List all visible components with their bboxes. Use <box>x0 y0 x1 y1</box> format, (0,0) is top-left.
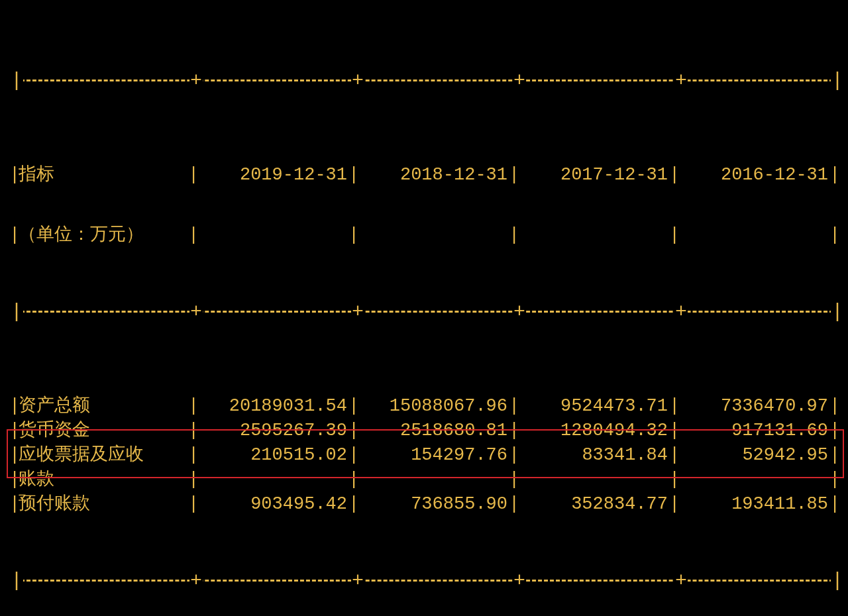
row-label: 货币资金 <box>13 419 192 443</box>
cell-value: 210515.02 <box>192 443 352 468</box>
cell-value: 193411.85 <box>673 492 833 517</box>
cell-value: 903495.42 <box>192 492 352 517</box>
separator: |++++| <box>13 303 835 321</box>
table-header-row: 指标 2019-12-31 2018-12-31 2017-12-31 2016… <box>13 163 835 187</box>
cell-value: 2518680.81 <box>352 419 513 443</box>
cell-value: 9524473.71 <box>513 394 673 419</box>
cell-value: 7336470.97 <box>673 394 833 419</box>
cell-value: 2595267.39 <box>192 419 352 443</box>
table-row: 应收票据及应收210515.02154297.7683341.8452942.9… <box>13 443 835 468</box>
row-label-wrap: 账款 <box>13 468 192 492</box>
cell-value: 83341.84 <box>513 443 673 468</box>
separator: |++++| <box>13 572 835 590</box>
cell-value: 154297.76 <box>352 443 513 468</box>
header-unit: （单位：万元） <box>13 223 192 248</box>
col-2018: 2018-12-31 <box>352 163 513 187</box>
row-label: 资产总额 <box>13 394 192 419</box>
cell-value: 736855.90 <box>352 492 513 517</box>
cell-value: 20189031.54 <box>192 394 352 419</box>
table-row: 预付账款903495.42736855.90352834.77193411.85 <box>13 492 835 517</box>
table-row: 资产总额20189031.5415088067.969524473.717336… <box>13 394 835 419</box>
separator: |++++| <box>13 72 835 90</box>
col-2017: 2017-12-31 <box>513 163 673 187</box>
table-header-row-2: （单位：万元） <box>13 223 835 248</box>
financial-table: |++++| 指标 2019-12-31 2018-12-31 2017-12-… <box>0 0 848 616</box>
cell-value: 52942.95 <box>673 443 833 468</box>
row-label: 应收票据及应收 <box>13 443 192 468</box>
cell-value: 917131.69 <box>673 419 833 443</box>
table-row-wrap: 账款 <box>13 468 835 492</box>
header-label: 指标 <box>13 163 192 187</box>
cell-value: 15088067.96 <box>352 394 513 419</box>
table-row: 货币资金2595267.392518680.811280494.32917131… <box>13 419 835 443</box>
col-2016: 2016-12-31 <box>673 163 833 187</box>
row-label: 预付账款 <box>13 492 192 517</box>
cell-value: 1280494.32 <box>513 419 673 443</box>
cell-value: 352834.77 <box>513 492 673 517</box>
col-2019: 2019-12-31 <box>192 163 352 187</box>
